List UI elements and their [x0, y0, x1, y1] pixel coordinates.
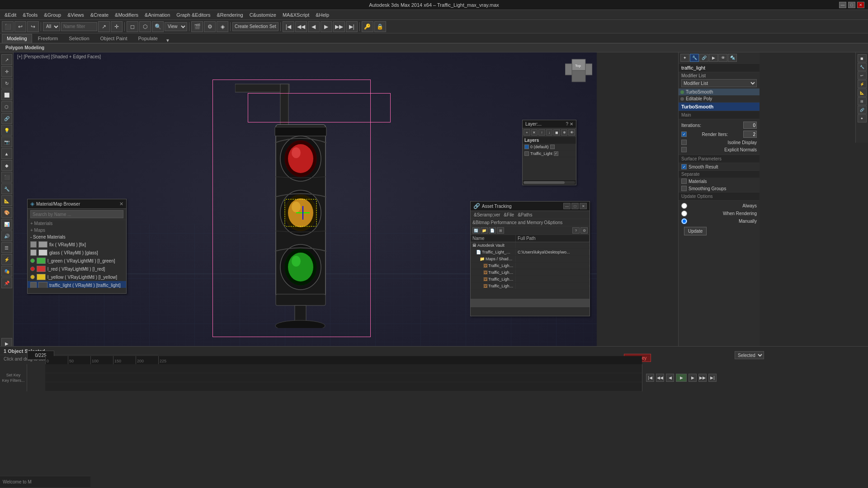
- left-btn-9[interactable]: ▲: [1, 148, 12, 159]
- sp-materials-checkbox[interactable]: [681, 178, 687, 184]
- at-header-controls[interactable]: — □ ✕: [563, 203, 587, 209]
- left-btn-select[interactable]: ↗: [1, 54, 12, 65]
- key-btn[interactable]: 🔑: [362, 21, 373, 32]
- menu-tools[interactable]: &Tools: [20, 11, 40, 19]
- mat-item-glass[interactable]: glass ( VRayMtl ) [glass]: [28, 249, 126, 257]
- ts-isoline-checkbox[interactable]: [681, 140, 687, 145]
- anim-ctrl-next[interactable]: ▶: [689, 374, 697, 382]
- anim-ctrl-prev-key[interactable]: ◀◀: [656, 374, 664, 382]
- zoom-btn[interactable]: 🔍: [152, 21, 164, 32]
- left-btn-5[interactable]: ⬡: [1, 101, 12, 112]
- toolbar-btn-3[interactable]: ↪: [27, 21, 39, 32]
- mat-item-fix[interactable]: fix ( VRayMtl ) [fix]: [28, 240, 126, 249]
- cp-motion-icon[interactable]: ▶: [709, 54, 718, 62]
- at-icon-grid[interactable]: ⊞: [497, 227, 504, 234]
- at-menu-paths[interactable]: &Paths: [516, 212, 533, 218]
- at-icon-question[interactable]: ?: [572, 227, 580, 234]
- at-menu-server[interactable]: &Seramp;ver: [472, 212, 501, 218]
- layer-checkbox-default[interactable]: [524, 145, 529, 149]
- tab-selection[interactable]: Selection: [64, 34, 94, 43]
- selected-select[interactable]: Selected: [735, 351, 764, 359]
- menu-customize[interactable]: C&ustomize: [247, 11, 279, 19]
- mod-icon-2[interactable]: 🔧: [858, 63, 867, 71]
- at-sub-options[interactable]: O&ptions: [544, 220, 562, 225]
- at-menu-file[interactable]: &File: [502, 212, 515, 218]
- cp-mod-turbos[interactable]: TurboSmooth: [679, 89, 760, 95]
- anim-ctrl-play[interactable]: ▶: [676, 374, 687, 382]
- left-btn-11[interactable]: ⬛: [1, 172, 12, 183]
- anim-btn-4[interactable]: ▶: [321, 21, 332, 32]
- at-row-tl1[interactable]: 🖼Traffic_Light_...: [471, 263, 590, 269]
- mat-item-green[interactable]: l_green ( VRayLightMtl ) [l_green]: [28, 257, 126, 265]
- left-btn-6[interactable]: 🔗: [1, 113, 12, 124]
- anim-ctrl-next-key[interactable]: ▶▶: [698, 374, 707, 382]
- menu-graph-editors[interactable]: Graph &Editors: [174, 11, 213, 19]
- mat-section-scene[interactable]: - Scene Materials: [28, 234, 126, 240]
- left-btn-rotate[interactable]: ↻: [1, 78, 12, 89]
- menu-create[interactable]: &Create: [88, 11, 111, 19]
- mat-section-maps[interactable]: + Maps: [28, 227, 126, 234]
- anim-btn-3[interactable]: ◀: [308, 21, 320, 32]
- material-btn[interactable]: ◈: [217, 21, 228, 32]
- layer-freeze-icon[interactable]: ❄: [561, 129, 568, 136]
- layer-vis-traffic[interactable]: ✓: [554, 151, 558, 156]
- mod-icon-6[interactable]: ⊞: [858, 97, 867, 105]
- tab-options[interactable]: ▼: [165, 38, 170, 43]
- cp-mod-edpoly[interactable]: Editable Poly: [679, 95, 760, 102]
- at-maximize-btn[interactable]: □: [571, 203, 579, 209]
- animation-area[interactable]: [45, 364, 642, 391]
- anim-ctrl-prev-frame[interactable]: |◀: [646, 374, 654, 382]
- layer-item-default[interactable]: 0 (default): [523, 144, 576, 150]
- time-ruler[interactable]: 0 50 100 150 200 225: [45, 356, 642, 364]
- menu-views[interactable]: &Views: [65, 11, 86, 19]
- cp-modifier-dropdown[interactable]: Modifier List: [681, 79, 757, 87]
- menu-group[interactable]: &Group: [41, 11, 64, 19]
- cp-display-icon[interactable]: 👁: [718, 54, 727, 62]
- mod-icon-8[interactable]: ✦: [858, 114, 867, 122]
- menu-edit[interactable]: &Edit: [2, 11, 19, 19]
- at-row-max-file[interactable]: 📄Traffic_Light_max_vr... C:\Users\lukya\…: [471, 249, 590, 256]
- cp-hierarchy-icon[interactable]: 🔗: [699, 54, 708, 62]
- at-row-tl3[interactable]: 🖼Traffic_Light_r...: [471, 276, 590, 283]
- layer-sel-icon[interactable]: ◼: [553, 129, 560, 136]
- anim-ctrl-back[interactable]: ◀: [666, 374, 674, 382]
- anim-btn-2[interactable]: ◀◀: [295, 21, 307, 32]
- anim-btn-5[interactable]: ▶▶: [333, 21, 345, 32]
- ts-render-iters-checkbox[interactable]: [681, 131, 687, 137]
- anim-btn-6[interactable]: ▶|: [346, 21, 358, 32]
- move-btn[interactable]: ✛: [111, 21, 123, 32]
- tab-modeling[interactable]: Modeling: [2, 34, 32, 43]
- tab-freeform[interactable]: Freeform: [33, 34, 63, 43]
- at-minimize-btn[interactable]: —: [563, 203, 571, 209]
- cp-utility-icon[interactable]: 🔩: [728, 54, 737, 62]
- mat-browser-search-input[interactable]: [30, 210, 123, 218]
- menu-maxscript[interactable]: MA&XScript: [280, 11, 312, 19]
- menu-animation[interactable]: &Animation: [142, 11, 173, 19]
- layer-item-traffic[interactable]: Traffic_Light ✓: [523, 150, 576, 157]
- sp-sg-checkbox[interactable]: [681, 186, 687, 191]
- left-btn-10[interactable]: ◆: [1, 160, 12, 171]
- toolbar-btn-2[interactable]: ↩: [14, 21, 26, 32]
- at-sub-bitmap[interactable]: &Bitmap Performance and Memory: [472, 220, 543, 225]
- select-btn[interactable]: ↗: [98, 21, 110, 32]
- minimize-button[interactable]: —: [839, 2, 846, 8]
- cp-modify-icon[interactable]: 🔧: [690, 54, 699, 62]
- at-row-tl2[interactable]: 🖼Traffic_Light_...: [471, 269, 590, 276]
- ts-render-iters-input[interactable]: [743, 131, 757, 138]
- render-btn[interactable]: 🎬: [191, 21, 203, 32]
- maximize-button[interactable]: □: [848, 2, 855, 8]
- left-btn-17[interactable]: ☰: [1, 242, 12, 253]
- left-btn-19[interactable]: 🎭: [1, 266, 12, 277]
- cp-create-icon[interactable]: ✦: [680, 54, 689, 62]
- at-icon-folder[interactable]: 📁: [481, 227, 488, 234]
- mod-icon-3[interactable]: ↩: [858, 71, 867, 80]
- anim-btn-1[interactable]: |◀: [283, 21, 294, 32]
- mod-icon-1[interactable]: ◼: [858, 54, 867, 62]
- left-btn-14[interactable]: 🎨: [1, 207, 12, 218]
- at-row-tl4[interactable]: 🖼Traffic_Light_y...: [471, 283, 590, 290]
- mod-icon-4[interactable]: ⚡: [858, 80, 867, 88]
- at-row-maps[interactable]: 📁Maps / Shaders: [471, 256, 590, 263]
- left-btn-move[interactable]: ✛: [1, 66, 12, 77]
- perspective-btn[interactable]: ⬡: [139, 21, 151, 32]
- left-btn-13[interactable]: 📐: [1, 195, 12, 206]
